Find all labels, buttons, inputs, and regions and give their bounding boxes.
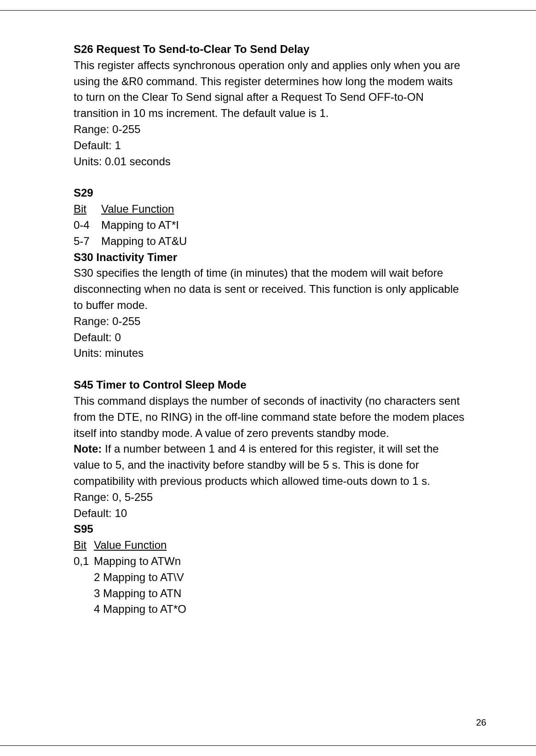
s30-units: Units: minutes (74, 345, 465, 361)
s30-range: Range: 0-255 (74, 314, 465, 330)
s95-row1-bit: 2 (94, 571, 100, 583)
table-row: 5-7Mapping to AT&U (74, 233, 465, 250)
s95-row0-vf: Mapping to ATWn (94, 555, 181, 567)
s30-default: Default: 0 (74, 330, 465, 346)
table-row: 3 Mapping to ATN (74, 586, 465, 602)
s95-row0-bit: 0,1 (74, 553, 94, 570)
s95-col-vf: Value Function (94, 539, 167, 551)
table-row: 0,1Mapping to ATWn (74, 553, 465, 570)
s29-heading: S29 (74, 185, 465, 201)
s29-row1-bit: 5-7 (74, 233, 101, 250)
s95-row3-vf: Mapping to AT*O (103, 603, 186, 615)
s26-range: Range: 0-255 (74, 122, 465, 138)
table-row: 4 Mapping to AT*O (74, 601, 465, 617)
s45-note-body: If a number between 1 and 4 is entered f… (74, 442, 439, 487)
s30-body: S30 specifies the length of time (in min… (74, 265, 465, 313)
s45-body: This command displays the number of seco… (74, 393, 465, 441)
s45-default: Default: 10 (74, 506, 465, 522)
s95-row2-bit: 3 (94, 587, 100, 599)
s95-col-bit: Bit (74, 537, 94, 553)
table-row: 0-4Mapping to AT*I (74, 217, 465, 233)
page-number: 26 (476, 716, 486, 729)
page-top-rule (0, 10, 536, 11)
s45-heading: S45 Timer to Control Sleep Mode (74, 377, 465, 393)
s30-heading: S30 Inactivity Timer (74, 250, 465, 266)
s29-table-header: BitValue Function (74, 201, 465, 217)
s26-units: Units: 0.01 seconds (74, 154, 465, 170)
s95-table-header: BitValue Function (74, 537, 465, 553)
s29-row0-bit: 0-4 (74, 217, 101, 233)
s45-range: Range: 0, 5-255 (74, 489, 465, 506)
s45-note: Note: If a number between 1 and 4 is ent… (74, 441, 465, 489)
table-row: 2 Mapping to AT\V (74, 570, 465, 586)
s29-col-bit: Bit (74, 201, 101, 217)
s45-note-label: Note: (74, 442, 102, 455)
document-page: S26 Request To Send-to-Clear To Send Del… (0, 0, 536, 756)
s29-row0-vf: Mapping to AT*I (101, 219, 179, 231)
s26-heading: S26 Request To Send-to-Clear To Send Del… (74, 41, 465, 58)
page-bottom-rule (0, 745, 536, 746)
s26-body: This register affects synchronous operat… (74, 58, 465, 122)
s95-row3-bit: 4 (94, 603, 100, 615)
s26-default: Default: 1 (74, 138, 465, 154)
s95-heading: S95 (74, 521, 465, 537)
s95-row2-vf: Mapping to ATN (103, 587, 181, 599)
s29-row1-vf: Mapping to AT&U (101, 235, 187, 247)
s95-row1-vf: Mapping to AT\V (103, 571, 184, 583)
s29-col-vf: Value Function (101, 203, 174, 215)
